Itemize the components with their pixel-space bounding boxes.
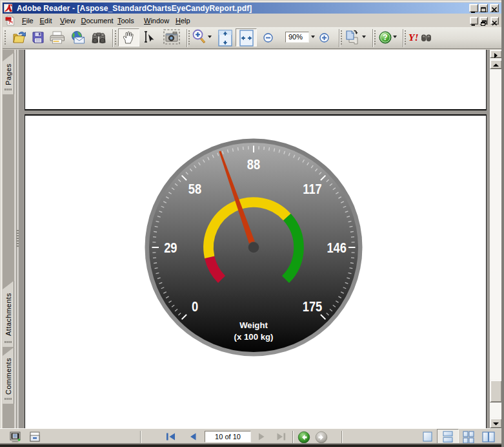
svg-text:?: ? xyxy=(383,33,387,42)
svg-text:175: 175 xyxy=(303,298,322,314)
svg-text:29: 29 xyxy=(164,240,177,255)
svg-text:117: 117 xyxy=(303,181,321,196)
svg-text:Weight: Weight xyxy=(239,320,268,330)
svg-text:Y!: Y! xyxy=(408,32,419,43)
svg-text:58: 58 xyxy=(188,181,201,196)
svg-text:146: 146 xyxy=(327,240,346,255)
svg-text:(x 100 kg): (x 100 kg) xyxy=(234,332,274,342)
svg-text:0: 0 xyxy=(192,298,198,314)
svg-text:88: 88 xyxy=(247,157,260,172)
